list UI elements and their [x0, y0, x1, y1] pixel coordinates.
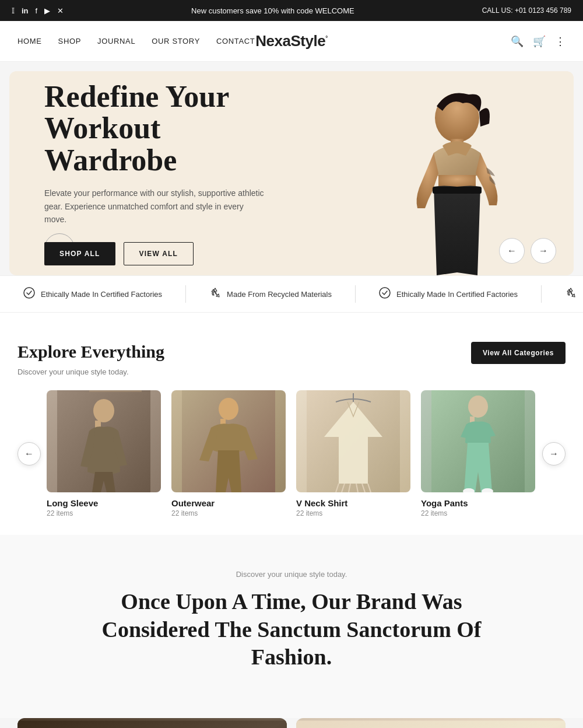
brand-story-section: Discover your unique style today. Once U…	[0, 535, 583, 718]
explore-header: Explore Everything View All Categories	[17, 342, 566, 364]
check-icon-1	[379, 287, 391, 302]
explore-title-group: Explore Everything	[17, 342, 164, 362]
nav-contact[interactable]: CONTACT	[216, 37, 255, 46]
svg-point-7	[93, 399, 114, 422]
trust-bar: Ethically Made In Certified Factories Ma…	[0, 275, 583, 313]
trust-item-0: Ethically Made In Certified Factories	[0, 287, 185, 302]
svg-point-5	[380, 288, 390, 298]
grid-icon[interactable]: ⋮	[555, 35, 566, 48]
trust-item-1: Made From Recycled Materials	[186, 287, 355, 302]
brand-image-0[interactable]: STREET FASHION STYLE	[17, 718, 287, 729]
top-bar: 𝕀 in f ▶ ✕ New customers save 10% with c…	[0, 0, 583, 21]
carousel-prev-button[interactable]: ←	[17, 442, 41, 466]
category-card-3[interactable]: Yoga Pants 22 items	[421, 390, 535, 517]
category-image-3	[421, 390, 535, 492]
promo-text: New customers save 10% with code WELCOME	[64, 6, 482, 15]
cart-icon[interactable]: 🛒	[533, 35, 546, 48]
nav-journal[interactable]: JOURNAL	[97, 37, 135, 46]
svg-rect-28	[17, 720, 287, 728]
explore-title: Explore Everything	[17, 342, 164, 362]
recycle-icon-1	[565, 287, 577, 302]
linkedin-icon[interactable]: in	[22, 6, 29, 15]
category-card-0[interactable]: Long Sleeve 22 items	[47, 390, 161, 517]
main-nav: HOME SHOP JOURNAL OUR STORY CONTACT Nexa…	[0, 21, 583, 62]
category-count-3: 22 items	[421, 509, 535, 517]
trust-item-2: Ethically Made In Certified Factories	[356, 287, 541, 302]
category-card-2[interactable]: V Neck Shirt 22 items	[296, 390, 410, 517]
social-links[interactable]: 𝕀 in f ▶ ✕	[12, 6, 64, 15]
nav-shop[interactable]: SHOP	[58, 37, 81, 46]
hero-nav-buttons: ← →	[499, 238, 556, 264]
youtube-icon[interactable]: ▶	[44, 6, 50, 15]
svg-point-11	[219, 398, 238, 420]
hero-next-button[interactable]: →	[531, 238, 556, 264]
hero-subtitle: Elevate your performance with our stylis…	[44, 187, 266, 226]
check-icon-0	[23, 287, 35, 302]
category-image-0	[47, 390, 161, 492]
view-all-categories-button[interactable]: View All Categories	[471, 342, 566, 364]
category-count-2: 22 items	[296, 509, 410, 517]
svg-rect-33	[296, 720, 566, 728]
svg-point-4	[24, 288, 34, 298]
category-count-0: 22 items	[47, 509, 161, 517]
explore-subtitle: Discover your unique style today.	[17, 368, 566, 376]
facebook-icon[interactable]: f	[36, 6, 38, 15]
nav-home[interactable]: HOME	[17, 37, 42, 46]
category-name-2: V Neck Shirt	[296, 498, 410, 508]
brand-story-title: Once Upon A Time, Our Brand Was Consider…	[93, 588, 490, 671]
shop-all-button[interactable]: SHOP ALL	[44, 242, 115, 265]
recycle-icon-0	[209, 287, 221, 302]
x-icon[interactable]: ✕	[57, 6, 64, 15]
svg-rect-3	[433, 187, 482, 194]
brand-story-subtitle: Discover your unique style today.	[17, 570, 566, 579]
call-text: CALL US: +01 0123 456 789	[482, 6, 571, 15]
explore-section: Explore Everything View All Categories D…	[0, 313, 583, 535]
nav-actions: 🔍 🛒 ⋮	[511, 35, 566, 48]
nav-links: HOME SHOP JOURNAL OUR STORY CONTACT	[17, 37, 255, 46]
category-count-1: 22 items	[171, 509, 286, 517]
brand-images-section: STREET FASHION STYLE	[0, 718, 583, 729]
category-name-1: Outerwear	[171, 498, 286, 508]
hero-prev-button[interactable]: ←	[499, 238, 525, 264]
brand-image-1[interactable]: DENIM COLLECTION	[296, 718, 566, 729]
categories-carousel: ← Long Sleeve	[17, 390, 566, 517]
hero-buttons: SHOP ALL VIEW ALL	[44, 242, 278, 265]
hero-content: Redefine Your Workout Wardrobe Elevate y…	[9, 71, 312, 275]
trust-text-1: Made From Recycled Materials	[227, 290, 332, 299]
category-card-1[interactable]: Outerwear 22 items	[171, 390, 286, 517]
instagram-icon[interactable]: 𝕀	[12, 6, 15, 15]
trust-text-0: Ethically Made In Certified Factories	[41, 290, 162, 299]
trust-item-3: Made From Recycled Materials	[542, 287, 583, 302]
categories-list: Long Sleeve 22 items	[47, 390, 536, 517]
svg-rect-9	[89, 390, 142, 392]
category-name-3: Yoga Pants	[421, 498, 535, 508]
category-name-0: Long Sleeve	[47, 498, 161, 508]
search-icon[interactable]: 🔍	[511, 35, 524, 48]
view-all-button[interactable]: VIEW ALL	[124, 242, 194, 265]
trust-text-2: Ethically Made In Certified Factories	[396, 290, 518, 299]
svg-point-22	[468, 396, 488, 418]
hero-title: Redefine Your Workout Wardrobe	[44, 81, 278, 177]
category-image-1	[171, 390, 286, 492]
site-logo[interactable]: NexaStyle°	[255, 32, 327, 50]
carousel-next-button[interactable]: →	[542, 442, 566, 466]
nav-our-story[interactable]: OUR STORY	[152, 37, 200, 46]
category-image-2	[296, 390, 410, 492]
hero-section: Redefine Your Workout Wardrobe Elevate y…	[9, 71, 574, 275]
